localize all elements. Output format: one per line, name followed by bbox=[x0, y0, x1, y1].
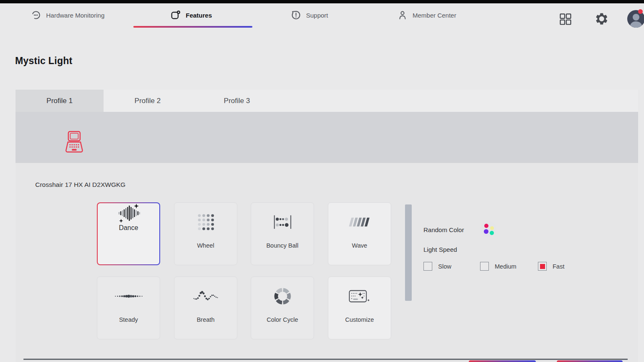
checkbox-label: Slow bbox=[438, 263, 451, 270]
effect-label: Bouncy Ball bbox=[266, 242, 299, 249]
checkbox-label: Medium bbox=[495, 263, 517, 270]
tab-profile-3[interactable]: Profile 3 bbox=[192, 90, 282, 112]
gear-icon bbox=[595, 12, 609, 26]
nav-label: Member Center bbox=[413, 12, 456, 19]
speed-option-fast[interactable]: Fast bbox=[538, 262, 564, 271]
tab-label: Profile 1 bbox=[47, 97, 73, 105]
effect-card-breath[interactable]: Breath bbox=[174, 277, 237, 339]
steady-icon bbox=[97, 277, 160, 315]
effect-card-color-cycle[interactable]: Color Cycle bbox=[251, 277, 314, 339]
laptop-icon bbox=[65, 131, 83, 153]
medium-checkbox[interactable] bbox=[480, 262, 489, 271]
bouncy-ball-icon bbox=[251, 203, 314, 241]
effect-label: Dance bbox=[119, 224, 138, 232]
gauge-icon bbox=[31, 10, 41, 20]
effect-label: Wave bbox=[352, 242, 367, 249]
random-color-label: Random Color bbox=[423, 226, 464, 233]
bottom-action-button-1[interactable] bbox=[469, 360, 536, 362]
tab-profile-2[interactable]: Profile 2 bbox=[104, 90, 192, 112]
window-top-bar bbox=[0, 0, 644, 3]
effect-label: Color Cycle bbox=[267, 316, 298, 323]
color-dot-red bbox=[484, 224, 488, 228]
effect-label: Customize bbox=[345, 316, 374, 323]
support-icon bbox=[291, 10, 301, 20]
effect-card-bouncy-ball[interactable]: Bouncy Ball bbox=[251, 202, 314, 265]
effects-scrollbar[interactable] bbox=[405, 204, 412, 301]
dance-icon bbox=[115, 203, 142, 224]
tab-profile-1[interactable]: Profile 1 bbox=[16, 90, 104, 112]
effect-card-wave[interactable]: Wave bbox=[328, 202, 391, 265]
member-icon bbox=[397, 10, 408, 20]
color-cycle-icon bbox=[251, 277, 314, 315]
apps-grid-button[interactable] bbox=[559, 13, 572, 26]
effect-card-steady[interactable]: Steady bbox=[97, 277, 160, 339]
nav-label: Features bbox=[186, 12, 212, 19]
effect-label: Breath bbox=[197, 316, 215, 323]
effect-label: Steady bbox=[119, 316, 138, 323]
grid-icon bbox=[559, 13, 572, 26]
nav-label: Hardware Monitoring bbox=[46, 12, 104, 19]
settings-button[interactable] bbox=[595, 12, 609, 26]
bottom-action-button-2[interactable] bbox=[557, 360, 623, 362]
color-dot-teal bbox=[490, 231, 494, 235]
features-icon bbox=[170, 10, 181, 21]
tab-label: Profile 2 bbox=[135, 97, 161, 105]
page-title: Mystic Light bbox=[15, 55, 73, 67]
bottom-divider bbox=[23, 359, 628, 360]
fast-checkbox[interactable] bbox=[538, 262, 547, 271]
color-dot-purple bbox=[484, 229, 488, 234]
device-select[interactable] bbox=[65, 131, 83, 153]
checkbox-label: Fast bbox=[553, 263, 564, 270]
color-dot-yellow bbox=[490, 226, 494, 230]
device-name: Crosshair 17 HX AI D2XWGKG bbox=[35, 181, 125, 189]
tab-label: Profile 3 bbox=[224, 97, 250, 105]
customize-icon bbox=[328, 277, 391, 315]
nav-label: Support bbox=[306, 12, 328, 19]
features-active-underline bbox=[133, 26, 252, 28]
effect-card-customize[interactable]: Customize bbox=[328, 277, 391, 339]
device-banner bbox=[16, 112, 638, 163]
notification-dot bbox=[638, 9, 643, 14]
speed-option-medium[interactable]: Medium bbox=[480, 262, 517, 271]
nav-item-member-center[interactable]: Member Center bbox=[397, 10, 456, 20]
nav-item-features[interactable]: Features bbox=[170, 10, 212, 21]
breath-icon bbox=[174, 277, 237, 315]
random-color-swatch[interactable] bbox=[480, 221, 496, 237]
light-speed-label: Light Speed bbox=[423, 246, 457, 253]
effect-card-wheel[interactable]: Wheel bbox=[174, 202, 237, 265]
nav-item-hardware-monitoring[interactable]: Hardware Monitoring bbox=[31, 10, 104, 20]
slow-checkbox[interactable] bbox=[423, 262, 432, 271]
app-window: Hardware Monitoring Features Support bbox=[0, 0, 644, 362]
effect-label: Wheel bbox=[197, 242, 214, 249]
nav-item-support[interactable]: Support bbox=[291, 10, 328, 20]
effect-card-dance[interactable]: Dance bbox=[97, 202, 160, 265]
wave-icon bbox=[328, 203, 391, 241]
speed-option-slow[interactable]: Slow bbox=[423, 262, 451, 271]
wheel-icon bbox=[174, 203, 237, 241]
